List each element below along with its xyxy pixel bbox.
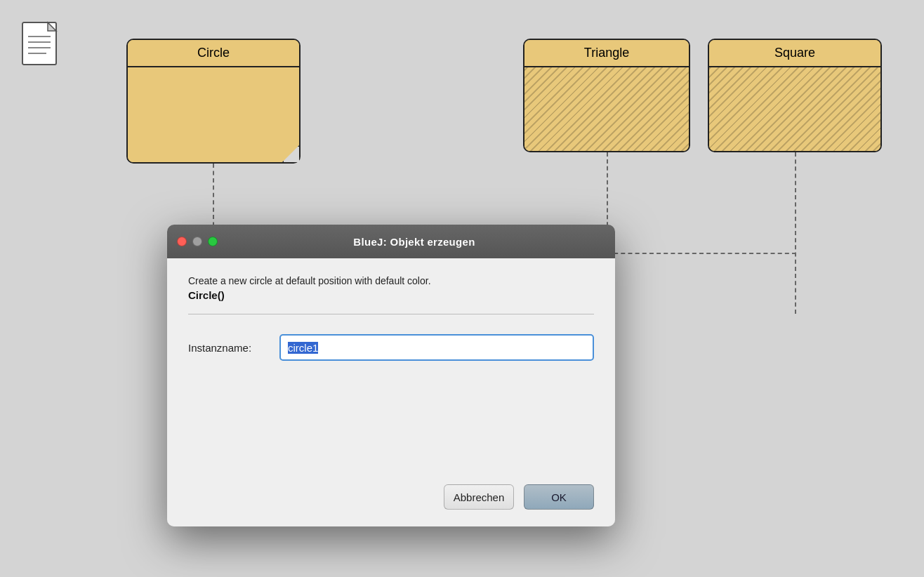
triangle-stripe <box>524 67 689 151</box>
modal-dialog: BlueJ: Objekt erzeugen Create a new circ… <box>167 225 615 526</box>
cancel-button[interactable]: Abbrechen <box>444 484 514 510</box>
class-node-triangle[interactable]: Triangle <box>523 39 690 152</box>
modal-titlebar: BlueJ: Objekt erzeugen <box>167 225 615 258</box>
modal-actions: Abbrechen OK <box>188 475 594 510</box>
modal-constructor: Circle() <box>188 289 594 301</box>
circle-dog-ear <box>282 145 299 162</box>
square-node-body <box>709 67 880 151</box>
window-maximize-button[interactable] <box>208 237 218 246</box>
ok-button[interactable]: OK <box>524 484 594 510</box>
modal-body: Create a new circle at default position … <box>167 258 615 526</box>
circle-node-title: Circle <box>128 40 299 67</box>
class-node-circle[interactable]: Circle <box>126 39 301 164</box>
instanzname-label: Instanzname: <box>188 342 279 354</box>
triangle-node-title: Triangle <box>524 40 689 67</box>
window-close-button[interactable] <box>177 237 187 246</box>
class-node-square[interactable]: Square <box>708 39 882 152</box>
instanzname-row: Instanzname: <box>188 334 594 361</box>
modal-divider <box>188 314 594 314</box>
connector-h-bottom <box>607 253 796 254</box>
square-node-title: Square <box>709 40 880 67</box>
connector-square-down <box>795 152 796 314</box>
document-icon[interactable] <box>21 21 63 72</box>
instanzname-input[interactable] <box>279 334 594 361</box>
modal-description: Create a new circle at default position … <box>188 275 594 286</box>
modal-title: BlueJ: Objekt erzeugen <box>223 236 605 248</box>
square-stripe <box>709 67 880 151</box>
triangle-node-body <box>524 67 689 151</box>
connector-circle-down <box>213 164 214 234</box>
circle-node-body <box>128 67 299 162</box>
window-minimize-button[interactable] <box>192 237 202 246</box>
